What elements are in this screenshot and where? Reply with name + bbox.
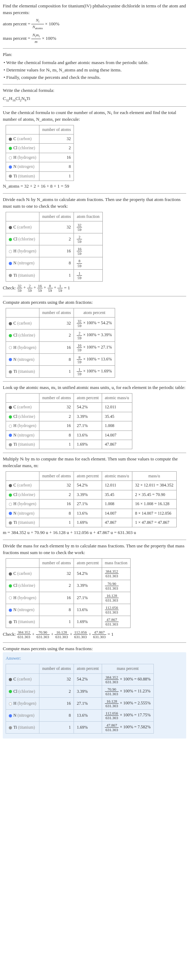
table-row: N (nitrogen)8859 (6, 257, 103, 269)
element-dot-icon (9, 425, 12, 428)
plan-item: • Determine values for Nᵢ, mᵢ, N_atoms a… (3, 67, 186, 73)
element-dot-icon (9, 493, 12, 497)
separator (3, 453, 186, 453)
element-dot-icon (9, 512, 12, 515)
element-dot-icon (9, 165, 12, 169)
element-cell: H (hydrogen) (6, 592, 40, 604)
element-cell: H (hydrogen) (6, 153, 40, 162)
mass-mult-table: number of atomsatom percentatomic mass/u… (6, 471, 177, 527)
element-cell: C (carbon) (6, 318, 40, 329)
col-num-atoms: number of atoms (40, 125, 74, 134)
element-dot-icon (9, 584, 12, 587)
element-dot-icon (9, 503, 12, 506)
element-cell: H (hydrogen) (6, 500, 40, 509)
mass-percent-formula: mass percent = Nimim × 100% (3, 32, 186, 45)
element-dot-icon (9, 262, 12, 265)
element-dot-icon (9, 406, 12, 409)
table-row: Cl (chlorine)23.39%70.90631.303 (6, 580, 130, 592)
answer-label: Answer: (6, 655, 183, 662)
element-cell: Cl (chlorine) (6, 580, 40, 592)
element-dot-icon (9, 358, 12, 361)
write-formula-label: Write the chemical formula: (3, 87, 186, 94)
element-cell: N (nitrogen) (6, 257, 40, 269)
plan-item: • Write the chemical formula and gather … (3, 59, 186, 66)
atom-frac-text: Divide each Nᵢ by N_atoms to calculate a… (3, 196, 186, 210)
table-row: Cl (chlorine)2 (6, 144, 74, 153)
atom-percent-label: atom percent (3, 21, 27, 26)
table-row: N (nitrogen)813.6%14.007 (6, 431, 132, 440)
mass-mult-text: Multiply Nᵢ by mᵢ to compute the mass fo… (3, 456, 186, 469)
element-cell: N (nitrogen) (6, 509, 40, 518)
element-cell: Cl (chlorine) (6, 490, 40, 499)
times-100-2: × 100% (42, 35, 56, 40)
table-row: H (hydrogen)1627.1%1.00816 × 1.008 = 16.… (6, 500, 177, 509)
element-dot-icon (9, 334, 12, 337)
element-dot-icon (9, 678, 12, 681)
element-dot-icon (9, 138, 12, 141)
mass-percent-label: mass percent (3, 35, 27, 40)
element-cell: H (hydrogen) (6, 245, 40, 257)
element-dot-icon (9, 714, 12, 718)
table-row: H (hydrogen)161659 × 100% = 27.1% (6, 342, 115, 353)
table-row: N (nitrogen)8859 × 100% = 13.6% (6, 353, 115, 365)
element-cell: N (nitrogen) (6, 710, 40, 722)
atom-pct-text: Compute atom percents using the atom fra… (3, 299, 186, 306)
element-dot-icon (9, 346, 12, 349)
element-cell: C (carbon) (6, 134, 40, 144)
table-row: N (nitrogen)813.6%112.056631.303 (6, 604, 130, 616)
table-row: C (carbon)3254.2%384.352631.303 (6, 568, 130, 580)
table-row: N (nitrogen)813.6%14.0078 × 14.007 = 112… (6, 509, 177, 518)
element-cell: C (carbon) (6, 481, 40, 490)
element-cell: Ti (titanium) (6, 616, 40, 628)
element-dot-icon (9, 250, 12, 253)
separator (3, 381, 186, 382)
element-dot-icon (9, 322, 12, 325)
atomic-mass-table: number of atomsatom percentatomic mass/u… (6, 393, 132, 449)
element-dot-icon (9, 274, 12, 277)
answer-box: Answer: number of atomsatom percentmass … (3, 652, 186, 738)
table-row: Ti (titanium)11.69%47.867631.303 × 100% … (6, 722, 154, 733)
element-cell: C (carbon) (6, 673, 40, 686)
element-dot-icon (9, 596, 12, 600)
table-row: Cl (chlorine)2259 (6, 233, 103, 245)
element-dot-icon (9, 238, 12, 241)
element-dot-icon (9, 370, 12, 374)
element-cell: Ti (titanium) (6, 366, 40, 378)
answer-table: number of atomsatom percentmass percent … (6, 664, 154, 733)
element-cell: N (nitrogen) (6, 604, 40, 616)
table-row: H (hydrogen)16 (6, 153, 74, 162)
table-row: Cl (chlorine)23.39%35.45 (6, 412, 132, 421)
mass-frac-table: number of atomsatom percentmass fraction… (6, 558, 130, 628)
table-row: C (carbon)323259 (6, 221, 103, 233)
element-cell: N (nitrogen) (6, 431, 40, 440)
plan-title: Plan: (3, 51, 186, 58)
element-dot-icon (9, 690, 12, 693)
document-root: Find the elemental composition for titan… (0, 0, 189, 741)
element-dot-icon (9, 226, 12, 229)
element-cell: Ti (titanium) (6, 172, 40, 181)
element-cell: Ti (titanium) (6, 518, 40, 527)
table-row: Cl (chlorine)23.39%35.452 × 35.45 = 70.9… (6, 490, 177, 499)
table-row: H (hydrogen)1627.1%1.008 (6, 422, 132, 431)
atom-frac-table: number of atomsatom fraction C (carbon)3… (6, 212, 103, 282)
table-row: H (hydrogen)161659 (6, 245, 103, 257)
element-dot-icon (9, 434, 12, 437)
table-row: C (carbon)32 (6, 134, 74, 144)
table-row: Ti (titanium)11.69%47.867631.303 (6, 616, 130, 628)
element-dot-icon (9, 484, 12, 487)
element-dot-icon (9, 156, 12, 159)
separator (3, 296, 186, 296)
element-cell: Cl (chlorine) (6, 686, 40, 697)
element-dot-icon (9, 620, 12, 624)
element-cell: C (carbon) (6, 568, 40, 580)
table-row: H (hydrogen)1627.1%16.128631.303 (6, 592, 130, 604)
element-cell: Ti (titanium) (6, 269, 40, 281)
element-cell: Cl (chlorine) (6, 144, 40, 153)
element-cell: H (hydrogen) (6, 422, 40, 431)
element-dot-icon (9, 609, 12, 612)
atom-percent-formula: atom percent = NiNatoms × 100% (3, 18, 186, 31)
element-dot-icon (9, 175, 12, 178)
table-row: C (carbon)3254.2%12.011 (6, 403, 132, 412)
mass-pct-text: Compute mass percents using the mass fra… (3, 646, 186, 652)
table-row: Ti (titanium)11.69%47.8671 × 47.867 = 47… (6, 518, 177, 527)
